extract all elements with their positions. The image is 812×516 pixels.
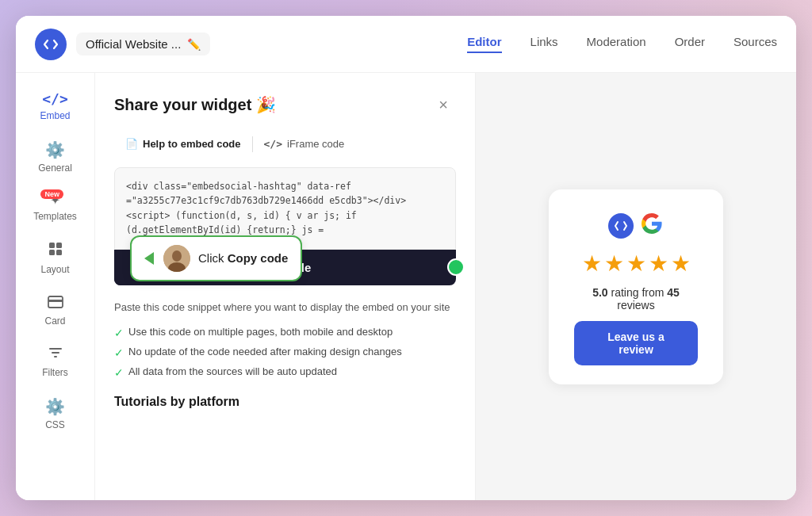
tab-iframe-code[interactable]: </> iFrame code bbox=[253, 132, 356, 156]
green-indicator bbox=[447, 258, 465, 276]
sidebar-item-card-label: Card bbox=[44, 315, 65, 327]
sidebar-item-templates-label: Templates bbox=[33, 211, 77, 222]
check-icon-3: ✓ bbox=[114, 366, 124, 379]
project-name-text: Official Website ... bbox=[86, 37, 181, 51]
callout-arrow bbox=[144, 252, 154, 265]
tab-embed-label: Help to embed code bbox=[143, 138, 241, 150]
nav-link-order[interactable]: Order bbox=[675, 35, 705, 53]
check-icon-1: ✓ bbox=[114, 327, 124, 339]
star-5: ★ bbox=[671, 250, 691, 277]
nav-links: Editor Links Moderation Order Sources bbox=[467, 35, 777, 53]
gear-icon: ⚙️ bbox=[45, 140, 65, 159]
edit-icon: ✏️ bbox=[187, 38, 201, 51]
layout-icon bbox=[48, 241, 63, 261]
nav-link-sources[interactable]: Sources bbox=[733, 35, 777, 53]
paste-info-text: Paste this code snippet where you want t… bbox=[114, 300, 456, 315]
svg-rect-5 bbox=[48, 300, 63, 302]
callout-bold: Copy code bbox=[228, 251, 289, 265]
check-text-3: All data from the sources will be auto u… bbox=[128, 365, 337, 377]
embed-panel: Share your widget 🎉 × 📄 Help to embed co… bbox=[95, 73, 476, 500]
sidebar-item-embed[interactable]: </> Embed bbox=[24, 82, 87, 129]
check-icon-2: ✓ bbox=[114, 346, 124, 359]
top-nav: Official Website ... ✏️ Editor Links Mod… bbox=[16, 16, 796, 73]
callout-avatar bbox=[163, 245, 190, 272]
star-2: ★ bbox=[604, 250, 624, 277]
stars-row: ★ ★ ★ ★ ★ bbox=[582, 250, 691, 277]
svg-point-7 bbox=[172, 250, 182, 262]
doc-icon: 📄 bbox=[125, 138, 138, 150]
nav-link-editor[interactable]: Editor bbox=[467, 35, 501, 53]
review-count: 45 bbox=[667, 286, 680, 299]
widget-logos bbox=[608, 212, 664, 241]
close-button[interactable]: × bbox=[431, 92, 456, 117]
sidebar-item-css-label: CSS bbox=[45, 419, 65, 430]
star-1: ★ bbox=[582, 250, 602, 277]
svg-rect-0 bbox=[49, 243, 55, 248]
review-widget: ★ ★ ★ ★ ★ 5.0 rating from 45 reviews Lea… bbox=[549, 189, 723, 384]
sidebar: </> Embed ⚙️ General ✦ New Templates bbox=[16, 73, 95, 500]
sidebar-item-card[interactable]: Card bbox=[24, 286, 87, 334]
check-text-2: No update of the code needed after makin… bbox=[128, 346, 402, 357]
main-content: </> Embed ⚙️ General ✦ New Templates bbox=[16, 73, 796, 500]
logo-button[interactable] bbox=[35, 29, 67, 60]
templates-icon-wrap: ✦ New bbox=[50, 193, 60, 208]
nav-link-moderation[interactable]: Moderation bbox=[587, 35, 646, 53]
check-item-3: ✓ All data from the sources will be auto… bbox=[114, 365, 456, 379]
project-name-field[interactable]: Official Website ... ✏️ bbox=[76, 32, 210, 55]
preview-area: ★ ★ ★ ★ ★ 5.0 rating from 45 reviews Lea… bbox=[476, 73, 796, 500]
app-window: Official Website ... ✏️ Editor Links Mod… bbox=[16, 16, 796, 500]
rating-value: 5.0 bbox=[592, 286, 607, 299]
sidebar-item-templates[interactable]: ✦ New Templates bbox=[24, 185, 87, 230]
filter-icon bbox=[48, 346, 63, 364]
copy-callout: Click Copy code bbox=[130, 235, 302, 281]
new-badge: New bbox=[40, 189, 63, 199]
tutorials-title: Tutorials by platform bbox=[114, 395, 456, 409]
checks-list: ✓ Use this code on multiple pages, both … bbox=[114, 326, 456, 379]
embedsocial-logo bbox=[608, 213, 634, 239]
rating-text: 5.0 rating from 45 reviews bbox=[574, 286, 698, 312]
reviews-label: reviews bbox=[617, 299, 654, 312]
sidebar-item-layout[interactable]: Layout bbox=[24, 233, 87, 283]
nav-link-links[interactable]: Links bbox=[530, 35, 558, 53]
check-item-1: ✓ Use this code on multiple pages, both … bbox=[114, 326, 456, 339]
svg-rect-2 bbox=[49, 250, 55, 255]
sidebar-item-css[interactable]: ⚙️ CSS bbox=[24, 389, 87, 438]
sidebar-item-general[interactable]: ⚙️ General bbox=[24, 132, 87, 182]
rating-label: rating from bbox=[611, 286, 667, 299]
sidebar-item-filters-label: Filters bbox=[42, 367, 68, 378]
embed-icon: </> bbox=[42, 90, 68, 107]
svg-rect-1 bbox=[56, 243, 62, 248]
panel-title: Share your widget 🎉 bbox=[114, 95, 276, 114]
sidebar-item-embed-label: Embed bbox=[40, 110, 70, 121]
sidebar-item-filters[interactable]: Filters bbox=[24, 338, 87, 386]
check-item-2: ✓ No update of the code needed after mak… bbox=[114, 346, 456, 359]
tab-embed-code[interactable]: 📄 Help to embed code bbox=[114, 132, 252, 156]
code-snippet-text: <div class="embedsocial-hashtag" data-re… bbox=[126, 181, 406, 235]
star-3: ★ bbox=[626, 250, 646, 277]
star-4: ★ bbox=[649, 250, 668, 277]
card-icon bbox=[48, 294, 63, 312]
sidebar-item-general-label: General bbox=[38, 162, 72, 174]
tab-iframe-label: iFrame code bbox=[287, 138, 344, 150]
callout-text: Click Copy code bbox=[198, 251, 288, 265]
code-tabs: 📄 Help to embed code </> iFrame code bbox=[114, 132, 456, 156]
copy-code-row: Copy code Click Copy code bbox=[114, 250, 456, 285]
google-logo bbox=[640, 212, 664, 241]
code-icon: </> bbox=[264, 138, 282, 150]
leave-review-button[interactable]: Leave us a review bbox=[574, 321, 698, 365]
panel-header: Share your widget 🎉 × bbox=[114, 92, 456, 117]
check-text-1: Use this code on multiple pages, both mo… bbox=[128, 326, 393, 338]
sidebar-item-layout-label: Layout bbox=[40, 264, 69, 275]
svg-rect-3 bbox=[56, 250, 62, 255]
css-icon: ⚙️ bbox=[45, 397, 65, 416]
